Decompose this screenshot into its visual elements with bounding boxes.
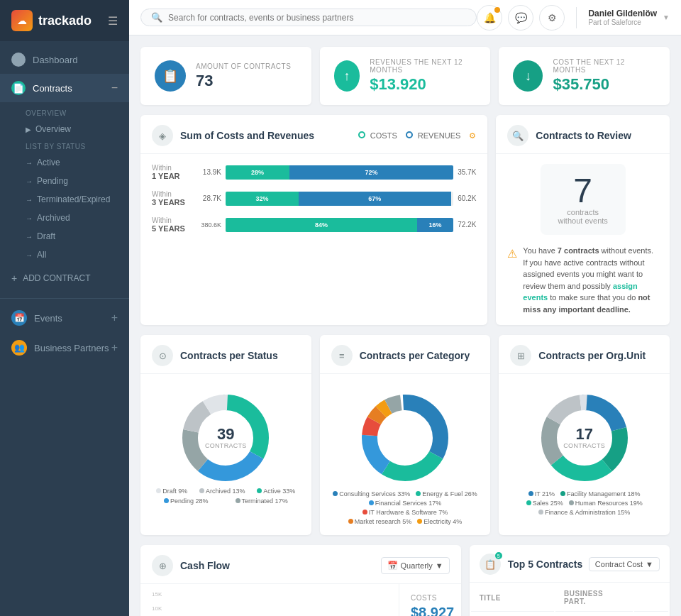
cashflow-chart-area: 15K10K5K0-5K-10K-15K Q3Q4Q1Q2Q3Q4Q1Q2Q3Q… [140, 584, 399, 616]
bar-green-3: 32% [226, 192, 299, 206]
cashflow-filter-label: Quarterly [401, 561, 433, 570]
cost-val-left-3: 28.7K [194, 194, 221, 202]
overview-arrow: ▶ [26, 126, 31, 133]
sidebar-item-dashboard[interactable]: ⊞ Dashboard [0, 45, 129, 74]
events-icon: 📅 [11, 310, 27, 326]
stat-cards-row: 📋 AMOUNT OF CONTRACTS 73 ↑ REVENUES THE … [140, 47, 670, 105]
warning-icon: ⚠ [507, 246, 517, 263]
search-input[interactable] [168, 13, 466, 23]
assign-events-link[interactable]: assign events [523, 282, 637, 302]
sidebar-item-draft[interactable]: → Draft [0, 227, 129, 246]
menu-toggle-button[interactable]: ☰ [108, 14, 118, 28]
summary-costs: COSTS $8.927 [399, 584, 461, 616]
sum-costs-panel: ◈ Sum of Costs and Revenues COSTS REVENU… [140, 115, 487, 325]
sidebar-item-events[interactable]: 📅 Events + [0, 303, 129, 333]
search-box[interactable]: 🔍 [140, 9, 477, 26]
filter-label: Contract Cost [595, 560, 643, 568]
sidebar-item-archived[interactable]: → Archived [0, 209, 129, 227]
top-contracts-header: 📋 5 Top 5 Contracts Contract Cost ▼ [470, 545, 670, 583]
cat-electricity: Electricity 4% [417, 518, 462, 525]
revenues-icon: ↑ [334, 60, 360, 92]
sidebar-item-contracts[interactable]: 📄 Contracts − [0, 74, 129, 102]
contracts-count-icon: 📋 [155, 60, 186, 92]
legend-costs-item: COSTS [358, 131, 397, 140]
sidebar-item-business-partners[interactable]: 👥 Business Partners + [0, 333, 129, 363]
contracts-collapse-icon[interactable]: − [111, 82, 118, 94]
cashflow-title: Cash Flow [180, 560, 230, 571]
sidebar: ☁ trackado ☰ ⊞ Dashboard 📄 Contracts − O… [0, 0, 129, 616]
status-donut-body: 39 CONTRACTS Draft 9% Archived 13% Activ… [140, 374, 311, 515]
contracts-count-card: 📋 AMOUNT OF CONTRACTS 73 [140, 47, 311, 105]
cost-val-left-1: 13.9K [194, 168, 221, 176]
revenues-card: ↑ REVENUES THE NEXT 12 MONTHS $13.920 [320, 47, 491, 105]
legend-filter-icon[interactable]: ⚙ [469, 131, 476, 141]
status-panel-title: Contracts per Status [180, 350, 278, 361]
sum-costs-title: Sum of Costs and Revenues [180, 130, 314, 141]
category-legend: Consulting Services 33% Energy & Fuel 26… [331, 490, 480, 525]
bell-icon: 🔔 [484, 12, 496, 23]
sidebar-item-overview[interactable]: ▶ Overview [0, 120, 129, 138]
cat-market: Market research 5% [348, 518, 412, 525]
top-contracts-badge: 5 [495, 552, 502, 559]
org-donut-body: 17 CONTRACTS IT 21% Facility Management … [499, 374, 670, 526]
summary-costs-label: COSTS [411, 594, 461, 602]
category-donut-body: Consulting Services 33% Energy & Fuel 26… [320, 374, 491, 535]
add-contract-button[interactable]: + ADD CONTRACT [0, 267, 129, 290]
legend-draft: Draft 9% [156, 488, 187, 495]
col-chart [634, 584, 668, 612]
messages-button[interactable]: 💬 [508, 5, 533, 31]
status-total: 39 [205, 427, 247, 442]
category-legend-items: Consulting Services 33% Energy & Fuel 26… [331, 490, 480, 525]
org-donut-container: 17 CONTRACTS [510, 381, 658, 495]
cashflow-summary: COSTS $8.927 REVENUES $13.950 CASH FLOW … [399, 584, 461, 616]
settings-button[interactable]: ⚙ [539, 5, 565, 31]
org-panel-header: ⊞ Contracts per Org.Unit [499, 335, 670, 374]
review-count-box: 7 contractswithout events [541, 164, 626, 235]
contracts-count-label: AMOUNT OF CONTRACTS [196, 62, 291, 70]
review-warning-text: ⚠ You have 7 contracts without events. I… [507, 245, 658, 315]
contracts-label: Contracts [33, 83, 72, 94]
user-menu[interactable]: Daniel Gildenlöw Part of Saleforce ▼ [588, 9, 670, 26]
sidebar-item-terminated[interactable]: → Terminated/Expired [0, 190, 129, 209]
business-partners-plus-icon[interactable]: + [111, 341, 118, 354]
category-panel-icon: ≡ [331, 345, 353, 366]
costs-info: COST THE NEXT 12 MONTHS $35.750 [553, 58, 655, 94]
y-axis: 15K10K5K0-5K-10K-15K [152, 591, 164, 616]
cost-val-right-5: 72.2K [458, 221, 476, 229]
filter-arrow: ▼ [646, 560, 653, 568]
contract-cost-filter[interactable]: Contract Cost ▼ [589, 557, 660, 571]
chat-icon: 💬 [515, 12, 527, 23]
legend-revenues-label: REVENUES [418, 131, 461, 140]
notifications-button[interactable]: 🔔 [477, 5, 502, 31]
sidebar-item-pending[interactable]: → Pending [0, 172, 129, 190]
contracts-per-category-panel: ≡ Contracts per Category [320, 335, 491, 535]
org-hr: Human Resources 19% [569, 500, 643, 507]
notification-badge [494, 7, 500, 13]
y-axis-label: 15K [152, 591, 164, 598]
cost-label-3years: Within 3 YEARS [152, 190, 194, 207]
costs-stat-icon: ↓ [513, 60, 543, 92]
contracts-per-status-panel: ⊙ Contracts per Status [140, 335, 311, 535]
active-label: Active [37, 158, 60, 167]
dashboard-label: Dashboard [33, 55, 78, 65]
legend-archived: Archived 13% [199, 488, 245, 495]
bar-teal-1: 72% [289, 165, 453, 180]
costs-value: $35.750 [553, 75, 655, 94]
sum-costs-header: ◈ Sum of Costs and Revenues COSTS REVENU… [140, 115, 487, 154]
legend-revenues-dot [406, 131, 413, 138]
cashflow-body: 15K10K5K0-5K-10K-15K Q3Q4Q1Q2Q3Q4Q1Q2Q3Q… [140, 584, 461, 616]
org-donut-center: 17 CONTRACTS [563, 427, 605, 449]
cat-financial: Financial Services 17% [369, 500, 442, 507]
cashflow-filter-button[interactable]: 📅 Quarterly ▼ [381, 557, 450, 574]
revenues-label: REVENUES THE NEXT 12 MONTHS [370, 58, 476, 74]
sidebar-item-all[interactable]: → All [0, 246, 129, 264]
events-plus-icon[interactable]: + [111, 312, 118, 324]
contracts-count-value: 73 [196, 72, 291, 90]
top-contracts-icon: 📋 5 [480, 554, 501, 575]
col-business: BUSINESS PART. [555, 584, 633, 612]
sidebar-item-active[interactable]: → Active [0, 153, 129, 172]
user-role: Part of Saleforce [588, 18, 657, 26]
review-body: 7 contractswithout events ⚠ You have 7 c… [496, 154, 670, 325]
legend-costs-dot [358, 131, 365, 138]
overview-section-label: OVERVIEW [0, 105, 129, 120]
